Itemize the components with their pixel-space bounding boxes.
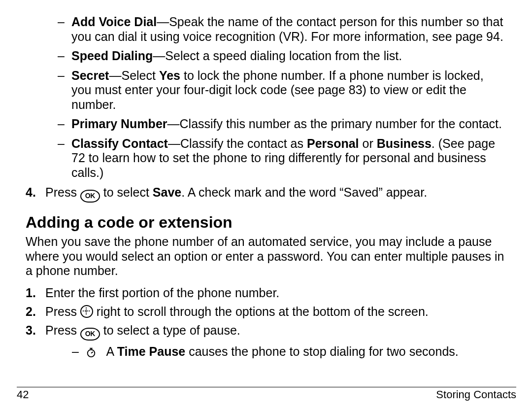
step-text-pre: Press: [45, 323, 80, 337]
manual-page: – Add Voice Dial—Speak the name of the c…: [0, 0, 532, 411]
pause-pre: A: [106, 344, 117, 358]
subitem-body: A Time Pause causes the phone to stop di…: [86, 344, 506, 359]
section-heading: Adding a code or extension: [26, 213, 506, 232]
nav-key-icon: [80, 305, 93, 318]
step-number: 1.: [26, 285, 45, 300]
subitem-title: Primary Number: [71, 117, 167, 131]
pause-post: causes the phone to stop dialing for two…: [185, 344, 459, 358]
subitem-add-voice-dial: – Add Voice Dial—Speak the name of the c…: [26, 15, 506, 44]
pause-time-pause: Time Pause: [117, 344, 186, 358]
subitem-body: Add Voice Dial—Speak the name of the con…: [71, 15, 506, 44]
subitem-title: Speed Dialing: [71, 49, 153, 63]
subitem-title: Classify Contact: [71, 137, 168, 150]
page-footer: 42 Storing Contacts: [17, 387, 516, 401]
svg-point-0: [88, 349, 95, 357]
step-text-pre: Press: [45, 305, 80, 318]
step-body: Press OK to select a type of pause.: [45, 323, 506, 341]
stopwatch-icon: [86, 347, 97, 358]
step-text-post: . A check mark and the word “Saved” appe…: [181, 185, 427, 199]
dash-icon: –: [72, 344, 86, 359]
pause-type-time: – A Time Pause causes the phone to stop …: [26, 344, 506, 359]
dash-icon: –: [58, 49, 71, 64]
subitem-personal: Personal: [307, 137, 359, 150]
step-body: Press OK to select Save. A check mark an…: [45, 185, 506, 203]
dash-icon: –: [58, 137, 71, 180]
subitem-title: Secret: [71, 68, 109, 82]
options-sublist: – Add Voice Dial—Speak the name of the c…: [26, 15, 506, 180]
step-2: 2. Press right to scroll through the opt…: [26, 304, 506, 319]
subitem-text: —Select a speed dialing location from th…: [153, 49, 402, 63]
step-number: 4.: [26, 185, 45, 203]
step-text: Enter the first portion of the phone num…: [45, 285, 506, 300]
subitem-text: —Classify this number as the primary num…: [167, 117, 502, 131]
subitem-title: Add Voice Dial: [71, 15, 157, 29]
subitem-body: Secret—Select Yes to lock the phone numb…: [71, 68, 506, 112]
subitem-body: Primary Number—Classify this number as t…: [71, 117, 506, 132]
step-body: Press right to scroll through the option…: [45, 304, 506, 319]
step-text-post: to select a type of pause.: [100, 323, 240, 337]
subitem-body: Classify Contact—Classify the contact as…: [71, 137, 506, 180]
subitem-text-pre: —Classify the contact as: [168, 137, 307, 150]
step-text-pre: Press: [45, 185, 80, 199]
subitem-yes: Yes: [159, 68, 180, 82]
ok-button-icon: OK: [80, 190, 100, 203]
ok-button-icon: OK: [80, 328, 100, 341]
step-text-post: right to scroll through the options at t…: [93, 305, 429, 318]
subitem-text-pre: —Select: [109, 68, 159, 82]
subitem-body: Speed Dialing—Select a speed dialing loc…: [71, 49, 506, 64]
step-text-mid: to select: [100, 185, 153, 199]
step-4: 4. Press OK to select Save. A check mark…: [26, 185, 506, 203]
section-name: Storing Contacts: [436, 388, 516, 401]
step-save: Save: [153, 185, 181, 199]
step-number: 3.: [26, 323, 45, 341]
subitem-business: Business: [377, 137, 432, 150]
subitem-speed-dialing: – Speed Dialing—Select a speed dialing l…: [26, 49, 506, 64]
dash-icon: –: [58, 15, 71, 44]
step-3: 3. Press OK to select a type of pause.: [26, 323, 506, 341]
dash-icon: –: [58, 117, 71, 132]
intro-paragraph: When you save the phone number of an aut…: [26, 235, 506, 278]
step-number: 2.: [26, 304, 45, 319]
subitem-secret: – Secret—Select Yes to lock the phone nu…: [26, 68, 506, 112]
dash-icon: –: [58, 68, 71, 112]
subitem-text-mid: or: [359, 137, 377, 150]
step-1: 1. Enter the first portion of the phone …: [26, 285, 506, 300]
subitem-primary-number: – Primary Number—Classify this number as…: [26, 117, 506, 132]
subitem-classify-contact: – Classify Contact—Classify the contact …: [26, 137, 506, 180]
svg-line-1: [91, 352, 93, 353]
page-number: 42: [17, 388, 29, 401]
